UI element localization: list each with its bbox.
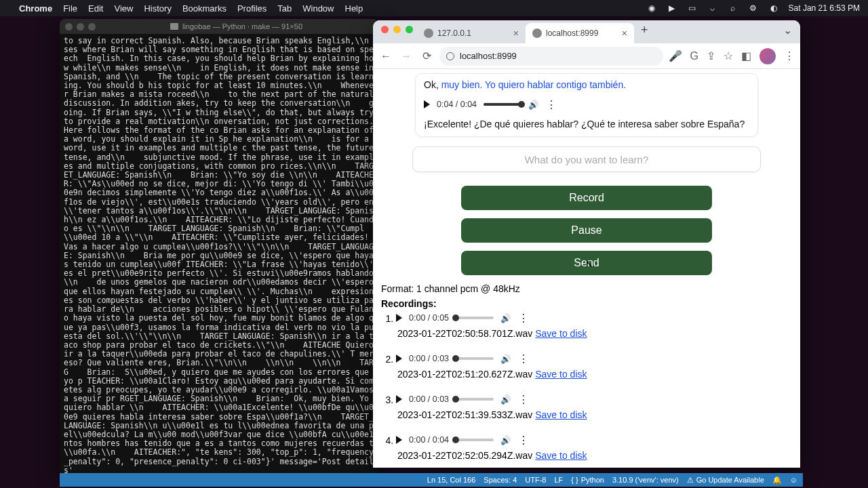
play-icon[interactable] [396,436,402,444]
record-status-icon[interactable]: ◉ [646,3,657,13]
recording-audio-player: 0:00 / 0:03🔊⋮ [396,389,529,409]
status-position[interactable]: Ln 15, Col 166 [427,476,476,484]
voice-search-icon[interactable]: 🎤 [669,49,682,62]
macos-menubar: Chrome File Edit View History Bookmarks … [0,0,868,16]
volume-icon[interactable]: 🔊 [528,100,539,110]
tab-close-icon[interactable]: × [622,28,627,39]
terminal-title: lingobae — Python · make — 91×50 [182,22,302,30]
recording-filename: 2023-01-22T02:51:39.533Z.wav [397,409,532,420]
back-button[interactable]: ← [378,50,393,62]
tab-1[interactable]: localhost:8999 × [526,23,634,43]
bookmark-icon[interactable]: ☆ [724,49,733,62]
play-status-icon[interactable]: ▶ [667,3,677,13]
play-icon[interactable] [396,395,402,403]
audio-seekbar[interactable] [456,439,494,441]
record-button[interactable]: Record [461,186,712,210]
status-go-update[interactable]: ⚠ Go Update Available [687,476,764,485]
chrome-window: 127.0.0.1 × localhost:8999 × + ⌄ ← → ⟳ l… [373,20,800,468]
volume-icon[interactable]: 🔊 [500,394,511,405]
window-zoom-icon[interactable] [406,26,413,33]
save-to-disk-link[interactable]: Save to disk [535,450,587,461]
control-center-icon[interactable]: ⚙ [748,3,759,13]
menu-file[interactable]: File [63,3,77,14]
recording-audio-player: 0:00 / 0:03🔊⋮ [396,348,529,369]
play-icon[interactable] [396,314,402,322]
audio-more-icon[interactable]: ⋮ [518,393,529,406]
volume-icon[interactable]: 🔊 [500,354,511,364]
menu-tab[interactable]: Tab [277,3,292,14]
audio-seekbar[interactable] [484,103,521,106]
volume-icon[interactable]: 🔊 [500,313,511,323]
audio-more-icon[interactable]: ⋮ [518,352,529,365]
audio-more-icon[interactable]: ⋮ [518,434,529,447]
site-info-icon[interactable] [446,52,454,60]
status-feedback-icon[interactable]: ☺ [790,476,797,484]
status-lang[interactable]: { } Python [571,476,604,484]
audio-more-icon[interactable]: ⋮ [546,98,557,111]
status-eol[interactable]: LF [554,476,563,484]
save-to-disk-link[interactable]: Save to disk [535,328,587,339]
save-to-disk-link[interactable]: Save to disk [535,369,587,380]
share-icon[interactable]: ⇪ [707,49,715,62]
audio-time: 0:00 / 0:03 [409,354,449,363]
url-text: localhost:8999 [460,51,517,61]
format-label: Format: 1 channel pcm @ 48kHz [381,283,795,294]
siri-icon[interactable]: ◐ [768,3,779,13]
pause-button[interactable]: Pause [461,218,712,243]
volume-icon[interactable]: 🔊 [500,435,511,445]
side-panel-icon[interactable]: ◧ [741,49,751,62]
new-tab-button[interactable]: + [634,23,655,41]
audio-seekbar[interactable] [456,317,494,319]
google-lens-icon[interactable]: G [690,50,698,62]
status-notifications-icon[interactable]: 🔔 [772,476,782,485]
recording-audio-player: 0:00 / 0:05🔊⋮ [396,308,529,328]
address-bar[interactable]: localhost:8999 [439,47,663,66]
audio-player: 0:04 / 0:04 🔊 ⋮ [424,94,749,115]
recording-item: 0:00 / 0:04🔊⋮2023-01-22T02:52:05.294Z.wa… [396,435,795,461]
traffic-max-icon[interactable] [88,23,96,30]
learn-input[interactable]: What do you want to learn? [412,146,761,172]
battery-icon[interactable]: ▭ [687,3,698,13]
play-icon[interactable] [424,100,430,108]
status-python[interactable]: 3.10.9 ('venv': venv) [612,476,679,484]
menu-edit[interactable]: Edit [88,3,103,14]
menu-window[interactable]: Window [302,3,334,14]
recording-meta: 2023-01-22T02:51:20.627Z.wavSave to disk [397,369,795,380]
status-encoding[interactable]: UTF-8 [525,476,546,484]
spotlight-icon[interactable]: ⌕ [728,3,738,13]
tab-close-icon[interactable]: × [513,28,519,39]
save-to-disk-link[interactable]: Save to disk [535,409,587,420]
traffic-close-icon[interactable] [65,23,73,30]
audio-time: 0:00 / 0:03 [409,394,449,404]
kebab-menu-icon[interactable]: ⋮ [784,49,795,62]
recording-filename: 2023-01-22T02:52:05.294Z.wav [397,450,532,461]
window-minimize-icon[interactable] [393,26,401,33]
conversation-card: Ok, muy bien. Yo quiero hablar contigo t… [415,73,758,137]
window-close-icon[interactable] [381,26,389,33]
recording-item: 0:00 / 0:05🔊⋮2023-01-22T02:50:58.701Z.wa… [396,313,795,339]
audio-seekbar[interactable] [456,398,494,401]
recording-audio-player: 0:00 / 0:04🔊⋮ [396,430,529,450]
menu-view[interactable]: View [114,3,133,14]
menu-help[interactable]: Help [345,3,363,14]
reload-button[interactable]: ⟳ [419,49,434,62]
menu-profiles[interactable]: Profiles [237,3,267,14]
forward-button[interactable]: → [399,50,414,62]
menubar-app-name[interactable]: Chrome [19,3,52,14]
menu-history[interactable]: History [144,3,171,14]
terminal-output[interactable]: to say in correct Spanish. Also, because… [60,34,378,477]
status-spaces[interactable]: Spaces: 4 [484,476,517,484]
audio-seekbar[interactable] [456,357,494,360]
wifi-icon[interactable]: ⌵ [707,3,718,13]
terminal-titlebar[interactable]: lingobae — Python · make — 91×50 [60,19,378,34]
menu-bookmarks[interactable]: Bookmarks [182,3,226,14]
tabs-overflow-icon[interactable]: ⌄ [775,24,800,41]
profile-avatar[interactable] [760,48,776,64]
recording-filename: 2023-01-22T02:50:58.701Z.wav [397,328,532,339]
audio-more-icon[interactable]: ⋮ [518,312,529,325]
editor-statusbar: Ln 15, Col 166 Spaces: 4 UTF-8 LF { } Py… [60,473,803,487]
play-icon[interactable] [396,354,402,363]
tab-0[interactable]: 127.0.0.1 × [417,23,526,43]
traffic-min-icon[interactable] [77,23,84,30]
menubar-clock[interactable]: Sat Jan 21 6:53 PM [789,3,860,13]
